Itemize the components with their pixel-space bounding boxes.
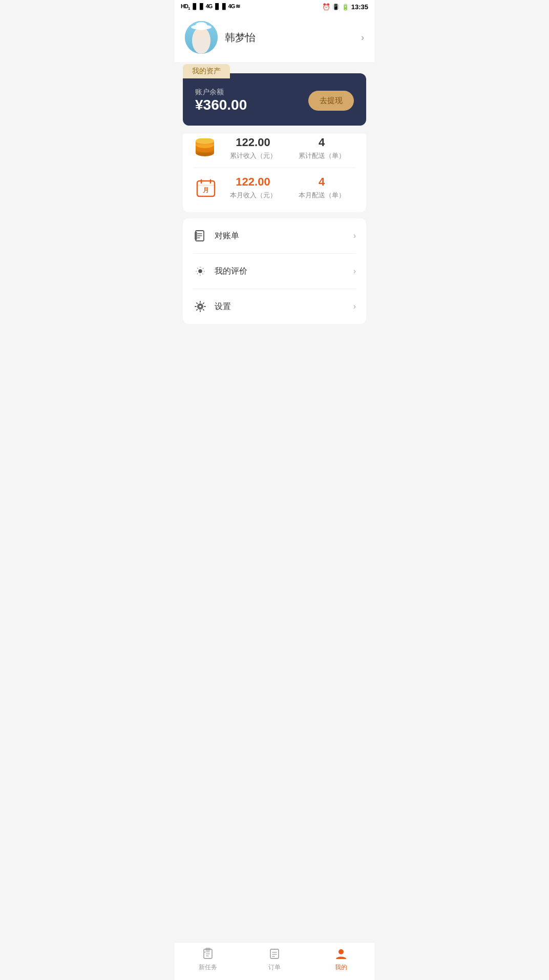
svg-rect-13 — [197, 185, 215, 186]
withdraw-button[interactable]: 去提现 — [308, 91, 354, 111]
total-income-value: 122.00 — [230, 136, 277, 149]
coins-icon — [195, 138, 217, 158]
profile-left: 韩梦怡 — [185, 21, 256, 54]
profile-chevron-icon[interactable]: › — [361, 32, 364, 43]
avatar — [185, 21, 218, 54]
asset-tab-label: 我的资产 — [183, 64, 230, 78]
status-right: ⏰ 📳 🔋 13:35 — [322, 3, 368, 11]
menu-item-review[interactable]: 我的评价 › — [193, 254, 356, 289]
review-chevron-icon: › — [353, 267, 356, 276]
monthly-stats-row: 月 122.00 本月收入（元） 4 本月配送（单） — [193, 168, 356, 207]
menu-item-review-left: 我的评价 — [193, 264, 247, 278]
menu-item-settings-label: 设置 — [215, 301, 231, 312]
month-delivery-label: 本月配送（单） — [299, 191, 345, 200]
gear-icon — [193, 299, 207, 314]
calendar-icon-wrap: 月 — [193, 178, 219, 197]
total-income-label: 累计收入（元） — [230, 151, 277, 160]
balance-amount: ¥360.00 — [195, 97, 247, 113]
total-delivery-item: 4 累计配送（单） — [299, 136, 345, 160]
settings-chevron-icon: › — [353, 302, 356, 311]
svg-point-24 — [199, 305, 202, 308]
balance-label: 账户余额 — [195, 88, 247, 97]
profile-section[interactable]: 韩梦怡 › — [175, 13, 374, 62]
account-chevron-icon: › — [353, 231, 356, 240]
month-income-label: 本月收入（元） — [230, 191, 277, 200]
total-delivery-value: 4 — [299, 136, 345, 149]
coins-icon-wrap — [193, 138, 219, 158]
network-icons: HD1 ▐▌▐▌ 4G ▐▌▐▌ 4G ≋ — [181, 3, 240, 11]
calendar-icon: 月 — [196, 178, 216, 197]
month-delivery-value: 4 — [299, 175, 345, 189]
menu-item-review-label: 我的评价 — [215, 266, 247, 277]
month-income-item: 122.00 本月收入（元） — [230, 175, 277, 200]
asset-card: 我的资产 账户余额 ¥360.00 去提现 — [183, 73, 366, 126]
menu-section: 对账单 › 我的评价 › — [183, 218, 366, 324]
menu-item-account-left: 对账单 — [193, 229, 239, 243]
menu-item-settings[interactable]: 设置 › — [193, 289, 356, 324]
clock-time: 13:35 — [351, 3, 368, 11]
flower-icon — [193, 264, 207, 278]
balance-info: 账户余额 ¥360.00 — [195, 88, 247, 113]
monthly-stats-data: 122.00 本月收入（元） 4 本月配送（单） — [219, 175, 356, 200]
menu-item-settings-left: 设置 — [193, 299, 231, 314]
total-stats-row: 122.00 累计收入（元） 4 累计配送（单） — [193, 129, 356, 168]
total-delivery-label: 累计配送（单） — [299, 151, 345, 160]
battery-icon: 🔋 — [342, 4, 349, 11]
vibrate-icon: 📳 — [332, 4, 340, 10]
svg-point-4 — [195, 22, 207, 30]
svg-text:月: 月 — [202, 187, 209, 194]
month-income-value: 122.00 — [230, 175, 277, 189]
ledger-icon — [193, 229, 207, 243]
menu-item-account-label: 对账单 — [215, 231, 239, 241]
total-stats-data: 122.00 累计收入（元） 4 累计配送（单） — [219, 136, 356, 160]
alarm-icon: ⏰ — [322, 3, 330, 11]
month-delivery-item: 4 本月配送（单） — [299, 175, 345, 200]
total-income-item: 122.00 累计收入（元） — [230, 136, 277, 160]
status-left: HD1 ▐▌▐▌ 4G ▐▌▐▌ 4G ≋ — [181, 3, 240, 11]
menu-item-account[interactable]: 对账单 › — [193, 218, 356, 254]
username: 韩梦怡 — [225, 31, 256, 45]
status-bar: HD1 ▐▌▐▌ 4G ▐▌▐▌ 4G ≋ ⏰ 📳 🔋 13:35 — [175, 0, 374, 13]
